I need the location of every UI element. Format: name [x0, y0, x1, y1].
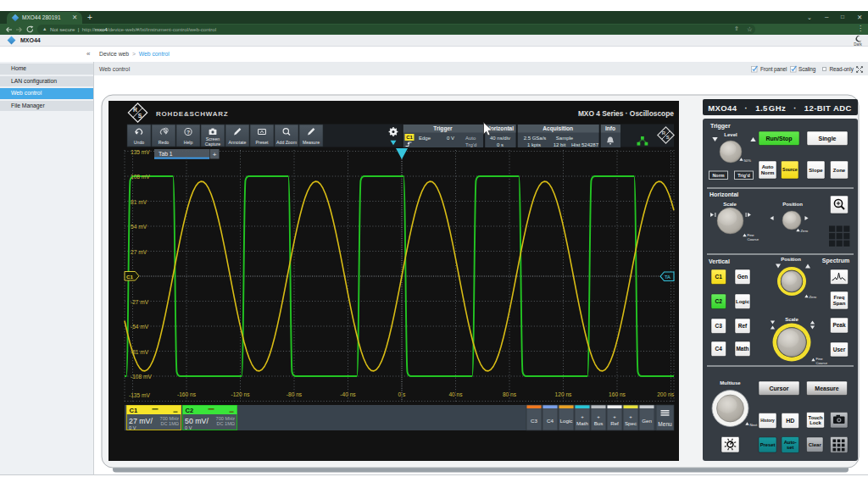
svg-text:S: S: [138, 113, 142, 119]
svg-text:Info: Info: [605, 125, 615, 131]
svg-text:1 kpts: 1 kpts: [527, 142, 541, 147]
svg-text:Bus: Bus: [594, 420, 604, 426]
svg-text:-108 mV: -108 mV: [131, 374, 153, 380]
svg-text:50 mV/: 50 mV/: [185, 417, 209, 425]
svg-text:Add Zoom: Add Zoom: [276, 140, 297, 145]
svg-text:80 ns: 80 ns: [503, 391, 517, 397]
svg-text:R: R: [133, 107, 137, 113]
svg-text:Scale: Scale: [785, 317, 798, 322]
svg-text:Preset: Preset: [760, 442, 776, 447]
svg-text:Scale: Scale: [723, 202, 737, 207]
svg-text:C1: C1: [130, 407, 138, 414]
svg-text:Norm: Norm: [761, 170, 775, 175]
svg-text:Auto-: Auto-: [784, 440, 797, 445]
svg-text:DC 1MΩ: DC 1MΩ: [160, 421, 179, 426]
svg-text:Level: Level: [724, 132, 737, 137]
svg-text:0 s: 0 s: [497, 142, 504, 147]
svg-text:Sample: Sample: [556, 136, 574, 141]
svg-text:50%: 50%: [744, 158, 752, 163]
svg-text:Menu: Menu: [658, 421, 672, 427]
svg-text:-135 mV: -135 mV: [129, 392, 151, 398]
svg-text:TA: TA: [665, 274, 670, 280]
svg-text:27 mV/: 27 mV/: [129, 417, 153, 425]
svg-text:Multiuse: Multiuse: [720, 380, 741, 385]
svg-text:Zone: Zone: [833, 168, 846, 173]
svg-text:Capture: Capture: [205, 141, 221, 147]
svg-text:Trigger: Trigger: [433, 125, 453, 132]
svg-text:Single: Single: [818, 136, 836, 142]
svg-text:C4: C4: [715, 346, 723, 352]
svg-text:Help: Help: [184, 140, 193, 145]
svg-text:Ref: Ref: [738, 323, 748, 329]
svg-text:200 ns: 200 ns: [657, 391, 675, 397]
svg-text:Math: Math: [736, 346, 748, 352]
svg-text:Cursor: Cursor: [770, 385, 789, 391]
svg-text:-80 ns: -80 ns: [287, 391, 303, 397]
svg-text:700 MHz: 700 MHz: [160, 416, 180, 421]
svg-text:Spec: Spec: [625, 420, 637, 426]
svg-text:C4: C4: [547, 418, 554, 424]
svg-text:Gen: Gen: [642, 418, 652, 424]
svg-text:C3: C3: [531, 418, 537, 424]
svg-text:User: User: [833, 347, 846, 352]
svg-text:Gen: Gen: [737, 274, 748, 280]
svg-text:-81 mV: -81 mV: [131, 349, 149, 355]
svg-text:Freq: Freq: [833, 295, 844, 300]
svg-text:160 ns: 160 ns: [609, 391, 626, 397]
svg-text:Slope: Slope: [809, 168, 823, 173]
svg-text:Hist 524287: Hist 524287: [571, 142, 599, 147]
svg-text:-160 ns: -160 ns: [177, 391, 197, 397]
svg-text:Lock: Lock: [810, 420, 821, 425]
svg-text:Measure: Measure: [303, 140, 320, 145]
svg-text:Measure: Measure: [815, 385, 839, 391]
svg-text:Math: Math: [576, 420, 588, 426]
svg-text:HD: HD: [786, 418, 794, 424]
svg-text:Auto: Auto: [465, 136, 476, 141]
svg-text:Preset: Preset: [256, 140, 270, 145]
svg-text:-40 ns: -40 ns: [340, 391, 356, 397]
svg-text:?: ?: [186, 129, 190, 135]
svg-text:Trg’d: Trg’d: [465, 142, 476, 147]
svg-text:Vertical: Vertical: [709, 258, 730, 264]
svg-text:0 V: 0 V: [185, 425, 192, 430]
svg-text:Norm: Norm: [712, 173, 724, 178]
svg-text:C2: C2: [715, 298, 723, 304]
svg-text:2.5 GSa/s: 2.5 GSa/s: [524, 136, 547, 141]
svg-text:MXO44 · 1.5 GHz · 12-B: MXO44 · 1.5 GHz · 12-BIT ADC: [708, 103, 852, 113]
svg-text:C2: C2: [186, 407, 194, 414]
svg-text:Auto: Auto: [762, 164, 774, 169]
svg-text:C1: C1: [406, 135, 413, 140]
svg-text:Logic: Logic: [736, 299, 750, 304]
svg-text:+: +: [629, 414, 632, 419]
svg-text:Touch: Touch: [809, 415, 823, 420]
svg-text:Position: Position: [781, 257, 801, 262]
svg-text:+: +: [613, 414, 616, 419]
svg-text:-27 mV: -27 mV: [131, 299, 149, 305]
svg-text:Source: Source: [782, 167, 798, 172]
svg-text:Redo: Redo: [159, 140, 170, 145]
svg-text:Run/Stop: Run/Stop: [765, 136, 792, 142]
svg-text:40 ns/div: 40 ns/div: [490, 136, 510, 141]
svg-text:Horizontal: Horizontal: [709, 191, 738, 197]
svg-text:Peak: Peak: [832, 322, 846, 328]
svg-text:81 mV: 81 mV: [131, 199, 147, 205]
svg-text:Coarse: Coarse: [748, 237, 760, 241]
svg-text:Trig’d: Trig’d: [737, 173, 750, 178]
svg-text:Ref: Ref: [610, 420, 619, 426]
svg-text:Coarse: Coarse: [816, 361, 828, 365]
svg-text:Undo: Undo: [134, 140, 145, 145]
svg-text:Span: Span: [833, 301, 846, 306]
svg-text:History: History: [760, 419, 775, 423]
svg-text:Acquisition: Acquisition: [542, 125, 573, 132]
svg-text:C1: C1: [126, 274, 133, 280]
svg-text:700 MHz: 700 MHz: [216, 416, 236, 421]
svg-text:0 V: 0 V: [129, 425, 136, 430]
svg-text:Trigger: Trigger: [710, 123, 731, 130]
svg-text:C3: C3: [715, 323, 723, 329]
svg-text:MXO 4 Series · Oscilloscope: MXO 4 Series · Oscilloscope: [578, 109, 674, 118]
svg-text:108 mV: 108 mV: [131, 174, 150, 180]
svg-text:-120 ns: -120 ns: [231, 391, 251, 397]
svg-text:DC 1MΩ: DC 1MΩ: [216, 421, 235, 426]
svg-text:Annotate: Annotate: [229, 140, 247, 145]
svg-text:Spectrum: Spectrum: [822, 258, 849, 264]
